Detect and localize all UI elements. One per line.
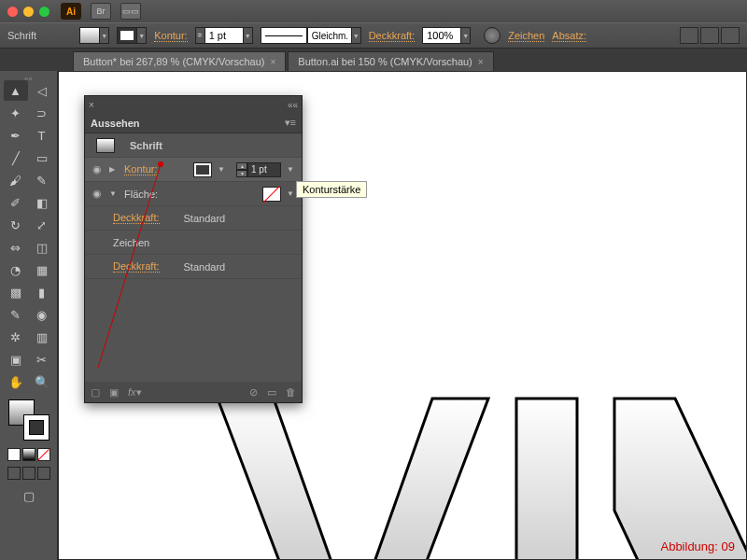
control-bar: Schrift ▼ ▼ Kontur: ≑ 1 pt ▼ Gleichm. ▼ …	[0, 22, 747, 49]
stroke-link[interactable]: Kontur:	[124, 163, 157, 175]
appearance-opacity-row[interactable]: Deckkraft: Standard	[85, 255, 302, 279]
free-transform-tool-icon[interactable]: ◫	[30, 237, 54, 258]
document-tab-bar: Button* bei 267,89 % (CMYK/Vorschau) × B…	[0, 49, 747, 71]
screen-mode-icon[interactable]: ▢	[17, 485, 41, 506]
zoom-tool-icon[interactable]: 🔍	[30, 371, 54, 392]
selection-tool-icon[interactable]: ▲	[4, 80, 28, 101]
document-tab-label: Button* bei 267,89 % (CMYK/Vorschau)	[83, 56, 264, 67]
stroke-weight-input[interactable]: ▴▾	[236, 162, 281, 177]
draw-inside-icon[interactable]	[37, 467, 50, 480]
visibility-icon[interactable]: ◉	[91, 163, 104, 175]
line-tool-icon[interactable]: ╱	[4, 147, 28, 168]
recolor-icon[interactable]	[484, 27, 500, 44]
gradient-mode-icon[interactable]	[22, 448, 35, 461]
stroke-label[interactable]: Kontur:	[154, 30, 187, 42]
stroke-swatch[interactable]: ▼	[117, 27, 147, 44]
close-tab-icon[interactable]: ×	[270, 57, 275, 67]
align-center-button[interactable]	[700, 27, 719, 44]
appearance-opacity-row[interactable]: Deckkraft: Standard	[85, 206, 302, 231]
duplicate-item-icon[interactable]: ▭	[267, 386, 276, 399]
appearance-type-row[interactable]: Schrift	[85, 133, 302, 158]
eraser-tool-icon[interactable]: ◧	[30, 192, 54, 213]
blend-tool-icon[interactable]: ◉	[30, 304, 54, 325]
draw-normal-icon[interactable]	[7, 467, 21, 480]
dropdown-icon[interactable]: ▼	[287, 165, 296, 174]
slice-tool-icon[interactable]: ✂	[30, 349, 54, 370]
symbol-spray-tool-icon[interactable]: ✲	[4, 327, 28, 347]
dropdown-icon[interactable]: ▼	[287, 189, 296, 198]
blob-brush-tool-icon[interactable]: ✐	[4, 192, 28, 213]
new-fill-icon[interactable]: ▣	[109, 386, 119, 399]
app-logo-icon: Ai	[61, 3, 81, 20]
type-tool-icon[interactable]: T	[30, 125, 54, 146]
appearance-characters-row[interactable]: Zeichen	[85, 231, 302, 255]
scale-tool-icon[interactable]: ⤢	[30, 215, 54, 235]
arrange-docs-button[interactable]: ▭▭	[120, 3, 141, 20]
zoom-window-icon[interactable]	[39, 7, 49, 17]
dropdown-icon[interactable]: ▼	[218, 165, 227, 174]
color-mode-icon[interactable]	[7, 448, 21, 461]
pencil-tool-icon[interactable]: ✎	[30, 170, 54, 190]
fill-color-swatch[interactable]	[262, 187, 281, 202]
panel-grip[interactable]: ×««	[85, 96, 302, 113]
panel-title: Aussehen	[91, 118, 140, 129]
close-panel-icon[interactable]: ×	[89, 100, 94, 110]
align-right-button[interactable]	[721, 27, 740, 44]
perspective-tool-icon[interactable]: ▦	[30, 259, 54, 280]
appearance-fill-row[interactable]: ◉ ▼ Fläche: ▼	[85, 182, 302, 206]
none-mode-icon[interactable]	[37, 448, 50, 461]
tool-palette: «« ▲◁ ✦⊃ ✒T ╱▭ 🖌✎ ✐◧ ↻⤢ ⇔◫ ◔▦ ▩▮ ✎◉ ✲▥ ▣…	[0, 71, 58, 560]
character-panel-link[interactable]: Zeichen	[508, 30, 544, 42]
pen-tool-icon[interactable]: ✒	[4, 125, 28, 146]
bridge-button[interactable]: Br	[91, 3, 111, 20]
document-tab-label: Button.ai bei 150 % (CMYK/Vorschau)	[298, 56, 472, 67]
add-effect-icon[interactable]: fx▾	[128, 386, 142, 399]
stroke-profile[interactable]: Gleichm. ▼	[261, 27, 361, 44]
gradient-tool-icon[interactable]: ▮	[30, 282, 54, 302]
window-controls	[7, 7, 49, 17]
stroke-box-icon[interactable]	[23, 414, 49, 441]
visibility-icon[interactable]: ◉	[91, 188, 104, 200]
collapse-icon[interactable]: ▼	[109, 189, 119, 198]
delete-item-icon[interactable]: 🗑	[286, 386, 296, 399]
clear-appearance-icon[interactable]: ⊘	[249, 386, 258, 399]
close-tab-icon[interactable]: ×	[478, 57, 484, 67]
appearance-stroke-row[interactable]: ◉ ▶ Kontur: ▼ ▴▾ ▼	[85, 158, 302, 182]
window-titlebar: Ai Br ▭▭	[0, 0, 747, 22]
document-tab[interactable]: Button* bei 267,89 % (CMYK/Vorschau) ×	[73, 51, 286, 71]
close-window-icon[interactable]	[7, 7, 18, 17]
shape-builder-tool-icon[interactable]: ◔	[4, 259, 28, 280]
new-stroke-icon[interactable]: ▢	[91, 386, 100, 399]
opacity-label[interactable]: Deckkraft:	[369, 30, 416, 42]
minimize-window-icon[interactable]	[23, 7, 34, 17]
stroke-width-input[interactable]: ≑ 1 pt ▼	[195, 27, 253, 44]
tool-mode-label: Schrift	[7, 30, 36, 41]
hand-tool-icon[interactable]: ✋	[4, 371, 28, 392]
lasso-tool-icon[interactable]: ⊃	[30, 103, 54, 123]
eyedropper-tool-icon[interactable]: ✎	[4, 304, 28, 325]
opacity-link[interactable]: Deckkraft:	[113, 212, 160, 224]
appearance-panel: ×«« Aussehen ▾≡ Schrift ◉ ▶ Kontur: ▼ ▴▾…	[84, 95, 303, 403]
artboard-tool-icon[interactable]: ▣	[4, 349, 28, 370]
opacity-input[interactable]: 100% ▼	[422, 27, 471, 44]
stroke-color-swatch[interactable]	[193, 162, 212, 177]
brush-tool-icon[interactable]: 🖌	[4, 170, 28, 190]
graph-tool-icon[interactable]: ▥	[30, 327, 54, 347]
direct-select-tool-icon[interactable]: ◁	[30, 80, 54, 101]
draw-behind-icon[interactable]	[22, 467, 35, 480]
rotate-tool-icon[interactable]: ↻	[4, 215, 28, 235]
fill-swatch[interactable]: ▼	[79, 27, 109, 44]
tooltip: Konturstärke	[296, 181, 367, 198]
document-tab[interactable]: Button.ai bei 150 % (CMYK/Vorschau) ×	[288, 51, 493, 71]
figure-caption: Abbildung: 09	[660, 539, 735, 553]
align-left-button[interactable]	[680, 27, 698, 44]
mesh-tool-icon[interactable]: ▩	[4, 282, 28, 302]
paragraph-panel-link[interactable]: Absatz:	[552, 30, 586, 42]
expand-icon[interactable]: ▶	[109, 165, 119, 174]
panel-menu-icon[interactable]: ▾≡	[285, 117, 296, 129]
opacity-link[interactable]: Deckkraft:	[113, 260, 160, 273]
width-tool-icon[interactable]: ⇔	[4, 237, 28, 258]
rectangle-tool-icon[interactable]: ▭	[30, 147, 54, 168]
fill-stroke-indicator[interactable]	[8, 399, 49, 441]
magic-wand-tool-icon[interactable]: ✦	[4, 103, 28, 123]
